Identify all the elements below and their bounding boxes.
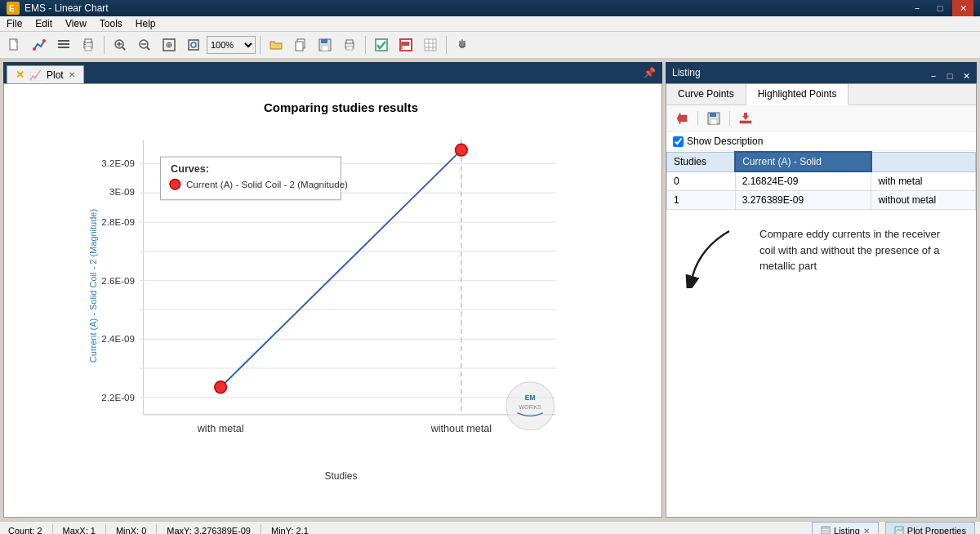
print2-button[interactable] [338, 33, 361, 56]
status-maxY: MaxY: 3.276389E-09 [163, 526, 254, 534]
svg-text:EM: EM [525, 394, 536, 402]
col-current-header: Current (A) - Solid [735, 152, 871, 171]
tab-curve-points[interactable]: Curve Points [666, 84, 746, 105]
svg-point-5 [42, 39, 46, 42]
flag-button[interactable] [394, 33, 417, 56]
plot-tab[interactable]: ✕ 📈 Plot ✕ [7, 65, 84, 83]
copy-button[interactable] [289, 33, 312, 56]
listing-back-btn[interactable] [671, 109, 693, 128]
plot-tab-label: Plot [47, 69, 64, 81]
list-button[interactable] [52, 33, 75, 56]
table-row[interactable]: 0 2.16824E-09 with metal [667, 171, 976, 191]
status-tab-listing-close[interactable]: ✕ [863, 527, 870, 535]
status-tab-plot-properties[interactable]: Plot Properties [885, 522, 975, 534]
menu-help[interactable]: Help [129, 16, 163, 31]
listing-header: Listing − □ ✕ [666, 62, 977, 83]
svg-rect-8 [58, 47, 69, 48]
settings-button[interactable] [451, 33, 474, 56]
show-description-checkbox[interactable] [673, 136, 684, 147]
svg-rect-76 [710, 113, 716, 117]
listing-panel: Listing − □ ✕ Curve Points Highlighted P… [666, 59, 980, 521]
listing-close-btn[interactable]: ✕ [959, 69, 973, 83]
svg-rect-7 [58, 43, 69, 45]
menu-file[interactable]: File [0, 16, 29, 31]
zoom-select[interactable]: 100% [207, 36, 256, 54]
chart-button[interactable] [28, 33, 51, 56]
listing-tab-icon [821, 526, 831, 534]
svg-rect-24 [189, 40, 198, 50]
chart-title: Comparing studies results [69, 100, 612, 114]
listing-controls: − □ ✕ [926, 69, 973, 83]
open-button[interactable] [265, 33, 287, 56]
plot-tab-bar: ✕ 📈 Plot ✕ 📌 [3, 62, 662, 83]
data-table: Studies Current (A) - Solid 0 2.16824E-0… [666, 151, 976, 210]
svg-text:2.2E-09: 2.2E-09 [101, 393, 135, 403]
plot-pin-button[interactable]: 📌 [640, 67, 659, 78]
table-container: Studies Current (A) - Solid 0 2.16824E-0… [666, 151, 976, 210]
svg-point-69 [170, 179, 180, 189]
minimize-button[interactable]: − [906, 0, 928, 16]
status-tab-listing[interactable]: Listing ✕ [812, 522, 879, 534]
menu-tools[interactable]: Tools [93, 16, 129, 31]
svg-point-63 [215, 381, 227, 394]
listing-download-btn[interactable] [735, 109, 756, 128]
svg-rect-85 [895, 527, 903, 534]
svg-text:2.8E-09: 2.8E-09 [101, 217, 135, 227]
plot-tab-icon: ✕ [16, 69, 24, 81]
listing-title: Listing [669, 67, 701, 78]
svg-text:2.4E-09: 2.4E-09 [101, 334, 135, 344]
listing-content: Curve Points Highlighted Points [666, 83, 977, 518]
arrow-annotation-svg [676, 223, 742, 288]
zoom-fit-button[interactable] [158, 33, 180, 56]
plot-tab-close[interactable]: ✕ [69, 70, 75, 79]
menu-view[interactable]: View [59, 16, 93, 31]
svg-point-4 [33, 47, 36, 51]
description-container: Compare eddy currents in the receiver co… [666, 210, 976, 295]
zoom-page-button[interactable] [182, 33, 205, 56]
show-description-label[interactable]: Show Description [687, 136, 763, 147]
grid-button[interactable] [419, 33, 442, 56]
listing-toolbar-sep-2 [729, 111, 730, 126]
status-count: Count: 2 [5, 526, 46, 534]
svg-line-19 [147, 47, 149, 50]
status-sep-3 [156, 524, 157, 534]
plot-properties-tab-icon [894, 526, 904, 534]
y-axis-label: Current (A) - Solid Coil - 2 (Magnitude) [88, 209, 98, 363]
zoom-out-button[interactable] [133, 33, 156, 56]
print-button[interactable] [77, 33, 100, 56]
svg-rect-32 [346, 40, 353, 43]
svg-rect-12 [84, 44, 86, 45]
plot-tab-chart-icon: 📈 [29, 69, 42, 81]
status-sep-4 [261, 524, 261, 534]
listing-restore-btn[interactable]: □ [942, 69, 957, 83]
zoom-in-button[interactable] [109, 33, 131, 56]
new-button[interactable] [3, 33, 26, 56]
svg-rect-27 [296, 42, 303, 51]
svg-text:3.2E-09: 3.2E-09 [101, 158, 135, 168]
chart-svg: 2.2E-09 2.4E-09 2.6E-09 2.8E-09 3E-09 3.… [69, 122, 612, 449]
svg-marker-74 [677, 113, 687, 124]
plot-panel: ✕ 📈 Plot ✕ 📌 Comparing studies results C… [0, 59, 666, 521]
close-button[interactable]: ✕ [952, 0, 973, 16]
toolbar-sep-3 [365, 36, 366, 54]
svg-text:Curves:: Curves: [171, 163, 209, 175]
maximize-button[interactable]: □ [929, 0, 951, 16]
app-container: E EMS - Linear Chart − □ ✕ File Edit Vie… [0, 0, 980, 534]
description-text: Compare eddy currents in the receiver co… [750, 216, 966, 288]
menu-edit[interactable]: Edit [29, 16, 59, 31]
svg-point-64 [456, 144, 468, 156]
row0-studies: 0 [667, 171, 736, 191]
listing-save-btn[interactable] [703, 109, 724, 128]
svg-rect-38 [425, 39, 436, 51]
chart-inner: Current (A) - Solid Coil - 2 (Magnitude) [69, 122, 612, 449]
status-sep-1 [52, 524, 53, 534]
svg-rect-33 [346, 47, 353, 50]
svg-text:WORKS: WORKS [519, 403, 541, 411]
svg-text:2.6E-09: 2.6E-09 [101, 276, 135, 286]
tab-highlighted-points[interactable]: Highlighted Points [746, 84, 849, 105]
listing-minimize-btn[interactable]: − [926, 69, 941, 83]
menu-bar: File Edit View Tools Help [0, 16, 980, 32]
save-button[interactable] [314, 33, 336, 56]
check-button[interactable] [370, 33, 393, 56]
table-row[interactable]: 1 3.276389E-09 without metal [667, 191, 976, 210]
